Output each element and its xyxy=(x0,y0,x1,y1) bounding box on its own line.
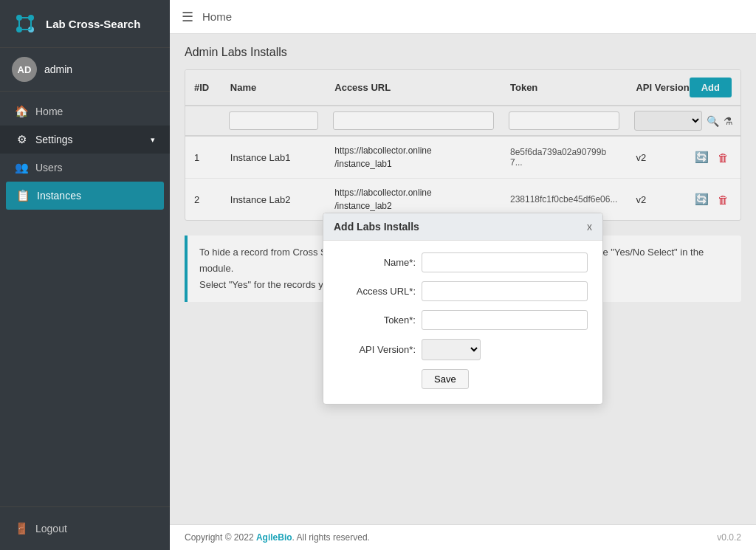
chevron-down-icon: ▾ xyxy=(151,135,155,145)
sidebar-item-users[interactable]: 👥 Users xyxy=(0,154,170,182)
avatar: AD xyxy=(12,57,37,82)
name-field-row: Name*: xyxy=(338,252,588,272)
sidebar: Lab Cross-Search AD admin 🏠 Home ⚙ Setti… xyxy=(0,0,170,550)
menu-icon[interactable]: ☰ xyxy=(182,9,193,25)
sidebar-logo: Lab Cross-Search xyxy=(0,0,170,48)
username: admin xyxy=(44,63,72,75)
col-version: API Version Add xyxy=(627,70,740,106)
row2-id: 2 xyxy=(185,179,221,221)
url-label: Access URL*: xyxy=(338,286,416,297)
filter-icon[interactable]: ⚗ xyxy=(724,115,733,127)
footer-copyright: Copyright © 2022 AgileBio. All rights re… xyxy=(185,532,370,543)
instances-table-wrapper: #ID Name Access URL Token API Version Ad… xyxy=(185,69,741,221)
filter-name-input[interactable] xyxy=(229,111,319,130)
footer-version: v0.0.2 xyxy=(717,532,741,543)
name-label: Name*: xyxy=(338,257,416,268)
token-label: Token*: xyxy=(338,314,416,326)
version-label: API Version*: xyxy=(338,344,416,355)
delete-button-row1[interactable]: 🗑 xyxy=(715,149,732,165)
footer-rights: . All rights reserved. xyxy=(292,532,370,543)
token-field-row: Token*: xyxy=(338,310,588,330)
refresh-button-row2[interactable]: 🔄 xyxy=(692,191,712,207)
main-content: ☰ Home Admin Labs Installs #ID Name Acce… xyxy=(170,0,756,550)
add-button[interactable]: Add xyxy=(690,78,732,97)
token-field[interactable] xyxy=(422,310,588,330)
filter-url-input[interactable] xyxy=(333,111,494,130)
row1-token: 8e5f6da739a02a90799b7... xyxy=(501,136,627,179)
delete-button-row2[interactable]: 🗑 xyxy=(715,191,732,207)
filter-version-select[interactable] xyxy=(634,111,702,131)
sidebar-item-logout[interactable]: 🚪 Logout xyxy=(0,515,170,543)
instances-icon: 📋 xyxy=(16,189,30,202)
sidebar-item-instances[interactable]: 📋 Instances xyxy=(6,182,164,210)
page-content: Admin Labs Installs #ID Name Access URL … xyxy=(170,34,756,524)
footer-brand-link[interactable]: AgileBio xyxy=(256,532,292,543)
version-select[interactable]: v1 v2 xyxy=(422,339,481,360)
col-token: Token xyxy=(501,70,627,106)
filter-token-input[interactable] xyxy=(509,111,619,130)
home-icon: 🏠 xyxy=(15,105,28,118)
col-id: #ID xyxy=(185,70,221,106)
row1-name: Instance Lab1 xyxy=(221,136,326,179)
page-heading: Admin Labs Installs xyxy=(185,46,741,59)
topbar: ☰ Home xyxy=(170,0,756,34)
sidebar-item-settings-label: Settings xyxy=(35,134,73,145)
filter-url-cell xyxy=(326,106,501,136)
sidebar-item-home-label: Home xyxy=(35,106,63,117)
user-section: AD admin xyxy=(0,48,170,92)
sidebar-footer: 🚪 Logout xyxy=(0,506,170,550)
logo-icon xyxy=(12,10,38,37)
topbar-title: Home xyxy=(202,10,232,23)
filter-name-cell xyxy=(221,106,326,136)
refresh-button-row1[interactable]: 🔄 xyxy=(692,149,712,165)
app-title: Lab Cross-Search xyxy=(46,18,140,30)
modal-header: Add Labs Installs x xyxy=(323,213,602,241)
users-icon: 👥 xyxy=(15,161,28,174)
sidebar-item-logout-label: Logout xyxy=(35,523,67,534)
sidebar-nav: 🏠 Home ⚙ Settings ▾ 👥 Users 📋 Instances xyxy=(0,92,170,506)
sidebar-item-users-label: Users xyxy=(35,162,63,173)
filter-id-cell xyxy=(185,106,221,136)
row1-version: v2 xyxy=(636,152,646,163)
sidebar-item-instances-label: Instances xyxy=(37,190,81,202)
modal-body: Name*: Access URL*: Token*: API Version*… xyxy=(323,241,602,404)
logout-icon: 🚪 xyxy=(15,522,28,535)
version-field-row: API Version*: v1 v2 xyxy=(338,339,588,360)
add-labs-modal: Add Labs Installs x Name*: Access URL*: … xyxy=(323,213,603,405)
col-name: Name xyxy=(221,70,326,106)
row1-version-cell: v2 🔄 🗑 xyxy=(627,136,740,179)
table-row: 1 Instance Lab1 https://labcollector.onl… xyxy=(185,136,740,179)
row2-version: v2 xyxy=(636,194,646,205)
footer-text: Copyright © 2022 xyxy=(185,532,256,543)
row1-id: 1 xyxy=(185,136,221,179)
instances-table: #ID Name Access URL Token API Version Ad… xyxy=(185,70,740,220)
save-button[interactable]: Save xyxy=(422,369,469,389)
url-field[interactable] xyxy=(422,281,588,301)
sidebar-item-home[interactable]: 🏠 Home xyxy=(0,97,170,126)
url-field-row: Access URL*: xyxy=(338,281,588,301)
filter-token-cell xyxy=(501,106,627,136)
filter-version-cell: 🔍 ⚗ xyxy=(627,106,740,136)
settings-icon: ⚙ xyxy=(15,133,28,146)
col-url: Access URL xyxy=(326,70,501,106)
row2-name: Instance Lab2 xyxy=(221,179,326,221)
name-field[interactable] xyxy=(422,252,588,272)
api-version-label: API Version xyxy=(636,82,689,93)
sidebar-item-settings[interactable]: ⚙ Settings ▾ xyxy=(0,126,170,154)
modal-title: Add Labs Installs xyxy=(334,221,419,233)
search-filter-icon[interactable]: 🔍 xyxy=(707,115,719,127)
modal-close-button[interactable]: x xyxy=(587,221,592,232)
row2-version-cell: v2 🔄 🗑 xyxy=(627,179,740,221)
row1-url: https://labcollector.online/instance_lab… xyxy=(326,136,501,179)
footer: Copyright © 2022 AgileBio. All rights re… xyxy=(170,524,756,550)
